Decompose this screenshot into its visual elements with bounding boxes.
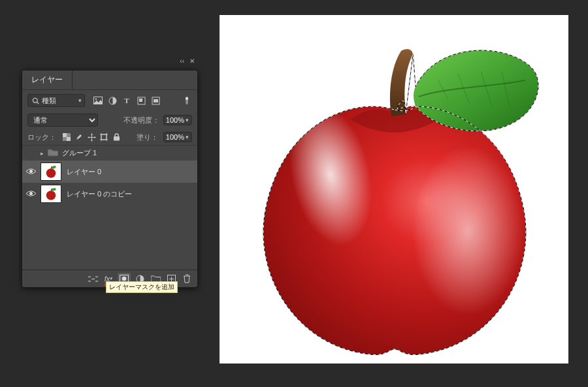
layer-row[interactable]: レイヤー 0 のコピー bbox=[22, 183, 197, 205]
move-lock-icon[interactable] bbox=[86, 132, 97, 142]
type-filter-icon[interactable]: T bbox=[122, 95, 132, 106]
chevron-down-icon: ▾ bbox=[186, 134, 189, 140]
brush-lock-icon[interactable] bbox=[74, 132, 84, 142]
svg-point-10 bbox=[186, 97, 188, 100]
lock-all-icon[interactable] bbox=[111, 132, 122, 142]
document-canvas[interactable] bbox=[220, 15, 568, 364]
layer-thumbnail[interactable] bbox=[41, 185, 61, 203]
tab-layers[interactable]: レイヤー bbox=[22, 70, 73, 89]
blend-mode-row: 通常 不透明度： 100%▾ bbox=[22, 111, 197, 129]
layer-name: レイヤー 0 bbox=[67, 167, 101, 177]
layer-filter-type[interactable]: ▾ bbox=[27, 94, 85, 107]
chevron-down-icon: ▾ bbox=[78, 97, 82, 104]
lock-icons bbox=[61, 132, 122, 142]
layer-thumbnail[interactable] bbox=[41, 163, 61, 181]
adjustment-filter-icon[interactable] bbox=[107, 95, 118, 106]
svg-point-24 bbox=[46, 168, 56, 178]
svg-rect-13 bbox=[67, 133, 71, 137]
layer-row[interactable]: レイヤー 0 bbox=[22, 161, 197, 183]
svg-point-36 bbox=[412, 146, 523, 315]
panel-tabs: レイヤー bbox=[22, 70, 197, 90]
layer-name: レイヤー 0 のコピー bbox=[67, 189, 132, 199]
layer-filter-bar: ▾ T bbox=[22, 90, 197, 111]
fill-label: 塗り： bbox=[137, 132, 158, 142]
filter-input[interactable] bbox=[42, 97, 77, 104]
svg-rect-14 bbox=[63, 137, 67, 141]
lock-label: ロック： bbox=[27, 132, 56, 142]
svg-point-23 bbox=[29, 170, 33, 173]
svg-line-1 bbox=[37, 102, 39, 104]
svg-point-3 bbox=[95, 99, 97, 100]
svg-rect-6 bbox=[139, 99, 142, 102]
lock-row: ロック： 塗り： 100%▾ bbox=[22, 129, 197, 146]
svg-point-26 bbox=[29, 192, 33, 195]
link-layers-icon[interactable] bbox=[86, 273, 99, 285]
layer-group-row[interactable]: ▸ グループ 1 bbox=[22, 146, 197, 161]
layers-panel: ‹‹ ✕ レイヤー ▾ T 通常 不透明度： 100%▾ ロック： bbox=[22, 70, 198, 288]
layers-list: ▸ グループ 1 レイヤー 0 レイヤー 0 のコピー bbox=[22, 146, 197, 270]
svg-rect-22 bbox=[114, 136, 120, 141]
shape-filter-icon[interactable] bbox=[136, 95, 146, 106]
svg-rect-17 bbox=[101, 134, 106, 140]
image-filter-icon[interactable] bbox=[93, 95, 103, 106]
svg-rect-12 bbox=[67, 137, 71, 141]
filter-icon-strip: T bbox=[93, 95, 161, 106]
chevron-right-icon[interactable]: ▸ bbox=[41, 150, 44, 157]
pixel-lock-icon[interactable] bbox=[61, 132, 72, 142]
collapse-icon[interactable]: ‹‹ bbox=[180, 57, 184, 65]
opacity-value[interactable]: 100%▾ bbox=[163, 115, 192, 125]
fill-value[interactable]: 100%▾ bbox=[163, 132, 192, 142]
svg-rect-8 bbox=[154, 99, 158, 102]
visibility-toggle[interactable] bbox=[26, 166, 35, 177]
artboard-lock-icon[interactable] bbox=[99, 132, 109, 142]
svg-point-0 bbox=[33, 98, 37, 102]
folder-icon bbox=[48, 148, 58, 158]
tooltip: レイヤーマスクを追加 bbox=[106, 281, 178, 293]
chevron-down-icon: ▾ bbox=[186, 117, 189, 123]
svg-rect-11 bbox=[63, 133, 67, 137]
filter-toggle-icon[interactable] bbox=[182, 95, 192, 106]
group-name: グループ 1 bbox=[62, 148, 97, 158]
opacity-label: 不透明度： bbox=[123, 116, 159, 125]
canvas-content bbox=[220, 15, 568, 364]
panel-window-controls: ‹‹ ✕ bbox=[180, 57, 195, 65]
close-icon[interactable]: ✕ bbox=[189, 57, 195, 65]
smart-object-filter-icon[interactable] bbox=[150, 95, 161, 106]
blend-mode-select[interactable]: 通常 bbox=[27, 114, 98, 127]
panel-footer: fx▾ レイヤーマスクを追加 bbox=[22, 270, 197, 287]
search-icon bbox=[31, 95, 41, 106]
svg-point-30 bbox=[122, 277, 127, 281]
svg-point-27 bbox=[46, 191, 56, 200]
trash-icon[interactable] bbox=[180, 273, 193, 285]
visibility-toggle[interactable] bbox=[26, 189, 35, 199]
